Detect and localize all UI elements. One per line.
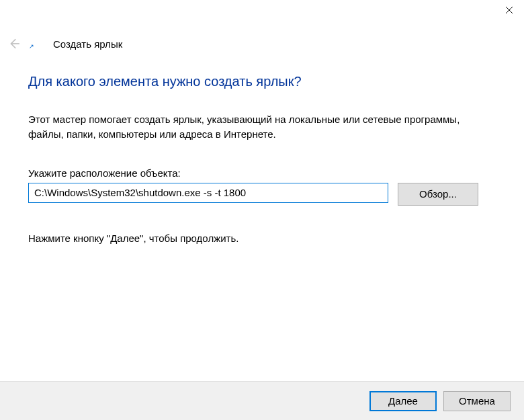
wizard-footer: Далее Отмена [0,381,524,420]
close-icon [506,7,513,13]
back-button [3,38,26,50]
shortcut-icon: ↗ [29,38,41,50]
continue-instruction: Нажмите кнопку "Далее", чтобы продолжить… [28,233,496,244]
browse-button[interactable]: Обзор... [398,183,478,206]
location-input[interactable] [28,183,388,203]
cancel-button[interactable]: Отмена [443,391,511,411]
next-button[interactable]: Далее [369,391,437,411]
back-arrow-icon [8,38,20,50]
wizard-description: Этот мастер помогает создать ярлык, указ… [28,112,496,142]
location-label: Укажите расположение объекта: [28,167,496,179]
page-heading: Для какого элемента нужно создать ярлык? [28,74,496,89]
wizard-title: Создать ярлык [53,38,122,50]
close-button[interactable] [494,0,524,20]
wizard-header: ↗ Создать ярлык [0,30,122,57]
